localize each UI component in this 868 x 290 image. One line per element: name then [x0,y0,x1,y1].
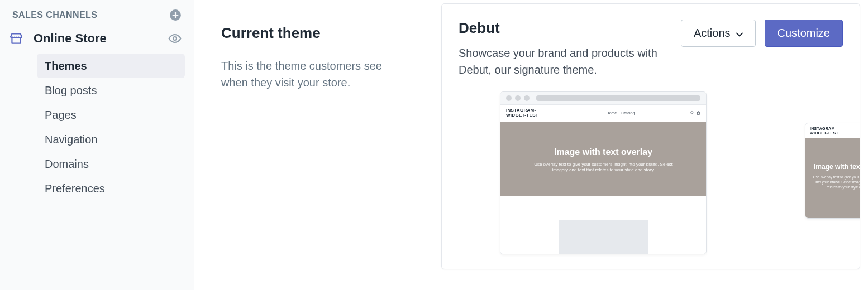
sidebar-item-label: Themes [45,60,87,72]
preview-mobile-hero: Image with text overlay Use overlay text… [805,138,860,218]
svg-line-5 [693,114,694,115]
preview-site-nav: Home Catalog [607,111,635,115]
search-icon [690,111,694,115]
sidebar-item-label: Domains [45,158,89,170]
window-dot-icon [524,95,530,101]
sidebar-item-label: Blog posts [45,84,97,96]
theme-description: Showcase your brand and products with De… [459,45,660,78]
sidebar-item-themes[interactable]: Themes [37,54,185,78]
svg-point-3 [173,37,177,40]
app-root: SALES CHANNELS Online Store [0,0,868,290]
preview-hero: Image with text overlay Use overlay text… [500,122,706,196]
section-intro: Current theme This is the theme customer… [221,0,428,290]
preview-site-header: INSTAGRAM-WIDGET-TEST Home Catalog [500,105,706,122]
card-header: Debut Showcase your brand and products w… [459,20,843,78]
preview-nav-item: Home [607,111,617,115]
sidebar-item-preferences[interactable]: Preferences [37,176,185,201]
sidebar-section-label: SALES CHANNELS [12,10,97,20]
preview-nav-item: Catalog [621,111,635,115]
svg-rect-2 [173,14,179,16]
sidebar-subnav: Themes Blog posts Pages Navigation Domai… [37,54,185,201]
section-content: Debut Showcase your brand and products w… [441,0,868,290]
preview-site-name: INSTAGRAM-WIDGET-TEST [810,127,849,135]
sidebar: SALES CHANNELS Online Store [0,0,194,290]
theme-name: Debut [459,20,672,37]
channel-online-store[interactable]: Online Store [9,28,185,51]
customize-button[interactable]: Customize [765,20,843,47]
caret-down-icon [736,27,743,40]
browser-toolbar [500,92,706,105]
add-channel-icon[interactable] [169,9,182,21]
actions-button-label: Actions [694,27,731,40]
eye-icon[interactable] [168,32,182,45]
sidebar-item-label: Preferences [45,182,105,195]
bag-icon [697,111,700,115]
window-dot-icon [506,95,512,101]
preview-hero-title: Image with text overlay [811,163,860,171]
preview-desktop: INSTAGRAM-WIDGET-TEST Home Catalog [500,91,707,254]
preview-hero-text: Use overlay text to give your customers … [811,175,860,190]
sidebar-item-pages[interactable]: Pages [37,103,185,127]
preview-site-name: INSTAGRAM-WIDGET-TEST [506,108,551,118]
svg-point-4 [691,112,693,114]
sidebar-item-label: Navigation [45,133,98,146]
actions-button[interactable]: Actions [681,20,756,47]
main: Current theme This is the theme customer… [194,0,868,290]
preview-site-icons [690,111,700,115]
current-theme-card: Debut Showcase your brand and products w… [441,3,860,269]
preview-mobile-header: INSTAGRAM-WIDGET-TEST [805,123,860,138]
sidebar-item-label: Pages [45,109,77,121]
channel-label: Online Store [34,31,107,46]
window-dot-icon [515,95,521,101]
section-divider [27,284,860,284]
sidebar-item-domains[interactable]: Domains [37,152,185,176]
customize-button-label: Customize [778,27,830,40]
svg-rect-6 [697,112,699,114]
sidebar-section-header: SALES CHANNELS [9,7,185,28]
store-icon [9,31,23,46]
sidebar-item-navigation[interactable]: Navigation [37,127,185,152]
preview-hero-text: Use overlay text to give your customers … [531,162,676,174]
preview-mobile: INSTAGRAM-WIDGET-TEST Image with text ov… [805,123,860,219]
address-bar-icon [536,95,700,101]
preview-placeholder-icon [559,220,648,254]
section-description: This is the theme customers see when the… [221,57,411,91]
sidebar-item-blog-posts[interactable]: Blog posts [37,78,185,103]
section-heading: Current theme [221,25,428,42]
preview-hero-title: Image with text overlay [508,147,698,157]
theme-preview: INSTAGRAM-WIDGET-TEST Home Catalog [500,91,802,259]
